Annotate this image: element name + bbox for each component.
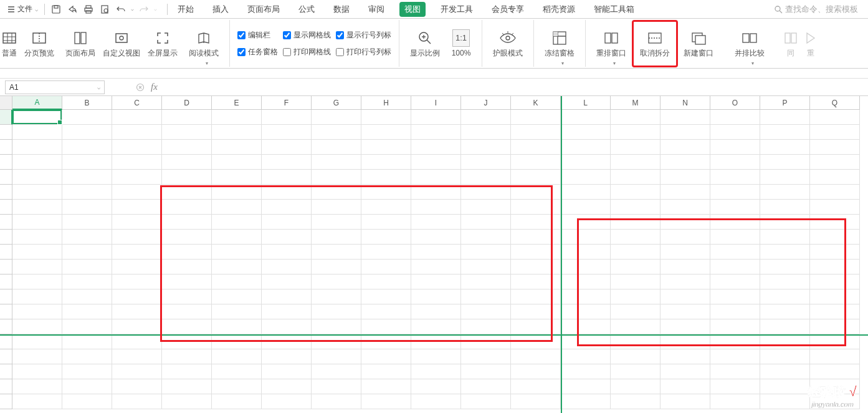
- cell[interactable]: [810, 334, 860, 349]
- cell[interactable]: [561, 230, 611, 245]
- cell[interactable]: [12, 319, 62, 334]
- cell[interactable]: [810, 185, 860, 200]
- cell[interactable]: [411, 230, 461, 245]
- cell[interactable]: [312, 379, 361, 394]
- cell[interactable]: [461, 289, 511, 304]
- cell[interactable]: [411, 289, 461, 304]
- row-header[interactable]: [0, 334, 12, 349]
- cell[interactable]: [262, 394, 312, 409]
- cell[interactable]: [611, 349, 661, 364]
- cell[interactable]: [62, 334, 112, 349]
- cell[interactable]: [262, 230, 312, 245]
- cell[interactable]: [361, 364, 411, 379]
- cell[interactable]: [262, 245, 312, 260]
- cell[interactable]: [361, 245, 411, 260]
- cell[interactable]: [262, 334, 312, 349]
- cell[interactable]: [361, 140, 411, 155]
- cell[interactable]: [561, 334, 611, 349]
- cell[interactable]: [312, 245, 361, 260]
- cell[interactable]: [511, 125, 561, 140]
- cell[interactable]: [760, 394, 810, 409]
- cell[interactable]: [511, 170, 561, 185]
- column-header[interactable]: G: [312, 96, 361, 110]
- cell[interactable]: [212, 185, 262, 200]
- cell[interactable]: [62, 394, 112, 409]
- cell[interactable]: [511, 230, 561, 245]
- fx-label[interactable]: fx: [151, 82, 158, 92]
- cell[interactable]: [810, 275, 860, 289]
- cell[interactable]: [511, 364, 561, 379]
- cell[interactable]: [12, 304, 62, 319]
- cell[interactable]: [212, 319, 262, 334]
- cell[interactable]: [810, 170, 860, 185]
- custom-view-button[interactable]: 自定义视图: [101, 20, 142, 67]
- cell[interactable]: [361, 304, 411, 319]
- cell[interactable]: [461, 125, 511, 140]
- cell[interactable]: [312, 185, 361, 200]
- cell[interactable]: [112, 349, 162, 364]
- cell[interactable]: [710, 394, 760, 409]
- cell[interactable]: [162, 319, 212, 334]
- cell[interactable]: [212, 125, 262, 140]
- cell[interactable]: [511, 245, 561, 260]
- redo-dropdown[interactable]: ⌵: [154, 6, 157, 12]
- cell[interactable]: [511, 304, 561, 319]
- file-menu[interactable]: 文件 ⌵: [2, 2, 43, 16]
- cell[interactable]: [312, 155, 361, 170]
- cell[interactable]: [12, 349, 62, 364]
- cell[interactable]: [511, 155, 561, 170]
- cell[interactable]: [312, 349, 361, 364]
- row-header[interactable]: [0, 110, 12, 125]
- cell[interactable]: [62, 230, 112, 245]
- cell[interactable]: [162, 304, 212, 319]
- cell[interactable]: [312, 289, 361, 304]
- cell[interactable]: [611, 334, 661, 349]
- cell[interactable]: [361, 125, 411, 140]
- cell[interactable]: [561, 394, 611, 409]
- column-header[interactable]: K: [511, 96, 561, 110]
- cell[interactable]: [561, 349, 611, 364]
- cell[interactable]: [810, 200, 860, 215]
- cell[interactable]: [62, 245, 112, 260]
- cell[interactable]: [62, 140, 112, 155]
- cell[interactable]: [262, 170, 312, 185]
- cell[interactable]: [461, 215, 511, 230]
- cell[interactable]: [661, 379, 710, 394]
- cell[interactable]: [810, 230, 860, 245]
- cancel-icon[interactable]: [136, 83, 145, 92]
- row-header[interactable]: [0, 304, 12, 319]
- pagebreak-preview-button[interactable]: 分页预览: [19, 20, 60, 67]
- arrange-windows-button[interactable]: 重排窗口: [591, 20, 632, 67]
- cell[interactable]: [312, 140, 361, 155]
- column-header[interactable]: L: [561, 96, 611, 110]
- cell[interactable]: [760, 215, 810, 230]
- cell[interactable]: [62, 289, 112, 304]
- cell[interactable]: [760, 349, 810, 364]
- cell[interactable]: [611, 245, 661, 260]
- cell[interactable]: [461, 170, 511, 185]
- cell[interactable]: [760, 364, 810, 379]
- cell[interactable]: [760, 304, 810, 319]
- fullscreen-button[interactable]: 全屏显示: [142, 20, 183, 67]
- row-header[interactable]: [0, 155, 12, 170]
- cell[interactable]: [561, 289, 611, 304]
- eye-protect-button[interactable]: 护眼模式: [487, 20, 528, 67]
- cell[interactable]: [710, 185, 760, 200]
- cell[interactable]: [611, 319, 661, 334]
- cell[interactable]: [262, 304, 312, 319]
- chk-edit-bar[interactable]: 编辑栏: [237, 30, 278, 41]
- cell[interactable]: [561, 155, 611, 170]
- column-header[interactable]: N: [661, 96, 710, 110]
- cell[interactable]: [411, 379, 461, 394]
- cell[interactable]: [212, 140, 262, 155]
- cell[interactable]: [162, 334, 212, 349]
- cell[interactable]: [62, 200, 112, 215]
- cell[interactable]: [661, 110, 710, 125]
- cell[interactable]: [561, 140, 611, 155]
- cell[interactable]: [461, 349, 511, 364]
- cell[interactable]: [12, 394, 62, 409]
- tab-member[interactable]: 会员专享: [488, 1, 528, 17]
- cell[interactable]: [162, 125, 212, 140]
- cell[interactable]: [661, 260, 710, 275]
- cell[interactable]: [312, 230, 361, 245]
